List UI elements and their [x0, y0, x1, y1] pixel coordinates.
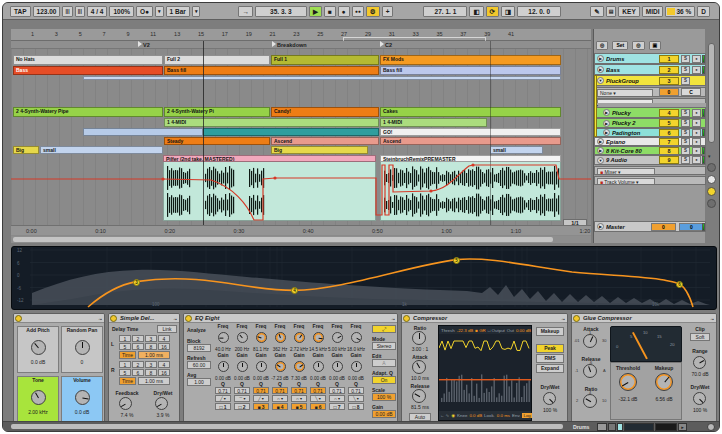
device-title-icons[interactable]: ◦▪: [173, 315, 177, 323]
analyze-button[interactable]: Analyze: [187, 327, 206, 333]
punch-out-button[interactable]: ◨: [501, 6, 515, 17]
band-q-value[interactable]: 0.71: [272, 387, 288, 394]
eq-band-handle[interactable]: 5: [453, 257, 460, 264]
device-title-icons[interactable]: ◦▪: [710, 315, 714, 323]
track-fold-button[interactable]: ▶: [603, 120, 610, 127]
knob[interactable]: [275, 332, 286, 343]
track-activator[interactable]: ●: [692, 129, 701, 137]
knob[interactable]: [237, 361, 248, 372]
audio-clip-header[interactable]: SteinbruchRemixPREMASTER: [380, 155, 561, 162]
group-send-value[interactable]: 0: [659, 88, 679, 96]
track-solo-button[interactable]: S: [681, 109, 690, 117]
pan-button[interactable]: [707, 199, 716, 208]
track-fold-button[interactable]: ▼: [597, 157, 604, 164]
knob[interactable]: [275, 361, 286, 372]
band-filter-type[interactable]: ╲ ▾: [348, 395, 364, 402]
track-activator[interactable]: ●: [692, 138, 701, 146]
device-title-icons[interactable]: ◦▪: [561, 315, 565, 323]
knob[interactable]: [218, 361, 229, 372]
knob[interactable]: [75, 390, 90, 405]
beat-division-button[interactable]: 2: [132, 335, 144, 342]
mini-device-1[interactable]: [597, 423, 607, 431]
eq-spectrum-display[interactable]: 1260-6-121001k10k3456: [11, 246, 717, 310]
follow-behavior-button[interactable]: ▤: [606, 6, 617, 17]
eq-band-3[interactable]: Freq81.1 HzGain0.00 dBQ0.71╱ ▾■ 3: [252, 323, 270, 410]
instrument-rack-device[interactable]: ◦▪ Add Pitch0.0 dBRandom Pan0Tone2.00 kH…: [13, 313, 105, 424]
tempo-field[interactable]: 123.00: [33, 6, 61, 17]
simple-delay-device[interactable]: Simple Del...◦▪ Delay Time Link L 123456…: [108, 313, 180, 424]
punch-in-button[interactable]: ◧: [469, 6, 483, 17]
loop-bar-arrow[interactable]: ▾: [192, 6, 201, 17]
loop-bar-select[interactable]: 1 Bar: [166, 6, 190, 17]
arrangement-marker[interactable]: V2: [138, 41, 150, 48]
arrangement-marker[interactable]: Breakdown: [272, 41, 307, 48]
track-activator[interactable]: ●: [692, 147, 701, 155]
avg-value[interactable]: 1.00: [187, 378, 211, 386]
beat-division-button[interactable]: 8: [145, 343, 157, 350]
clip[interactable]: 2 4-Synth-Watery Pi: [164, 107, 270, 117]
cue-volume[interactable]: 0: [679, 223, 704, 231]
band-q-value[interactable]: 0.71: [215, 387, 231, 394]
eq-band-handle[interactable]: 3: [133, 279, 140, 286]
knob[interactable]: [256, 332, 267, 343]
knob[interactable]: [332, 332, 343, 343]
marker-lane[interactable]: V2BreakdownC2: [11, 41, 591, 49]
eq-title-bar[interactable]: EQ Eight◦▪: [184, 314, 397, 323]
clip[interactable]: Ascend: [271, 137, 379, 145]
beat-division-button[interactable]: 6: [132, 343, 144, 350]
track-header-9-audio[interactable]: ▼9 Audio9S●: [594, 155, 706, 165]
track-solo-button[interactable]: S: [681, 147, 690, 155]
device-activator[interactable]: [573, 315, 580, 322]
band-q-value[interactable]: 0.71: [310, 387, 326, 394]
delay-ms-l[interactable]: 1.00 ms: [138, 351, 170, 359]
glue-compressor-device[interactable]: Glue Compressor◦▪ Attack .01 1 30 Releas…: [571, 313, 717, 424]
audio-param-row[interactable]: ■ Track Volume ▾: [594, 176, 706, 185]
disk-overload-indicator[interactable]: D: [697, 6, 710, 17]
clip[interactable]: No Hats: [13, 55, 163, 65]
track-activator[interactable]: ●: [692, 55, 701, 63]
groove-amount[interactable]: O●: [136, 6, 153, 17]
play-button[interactable]: ▶: [309, 6, 322, 17]
mini-device-3[interactable]: [617, 423, 623, 431]
track-activator[interactable]: ●: [692, 109, 701, 117]
track-solo-button[interactable]: S: [681, 119, 690, 127]
clip[interactable]: Bass: [13, 66, 163, 75]
threshold-value[interactable]: -32.1 dB: [610, 396, 646, 402]
clip[interactable]: 1 4-MIDI: [380, 118, 487, 127]
knob[interactable]: [412, 331, 426, 345]
preview-volume[interactable]: 0: [651, 223, 676, 231]
band-enable-toggle[interactable]: □ 2: [234, 403, 250, 410]
delay-ms-r[interactable]: 1.00 ms: [138, 377, 170, 385]
macro-value[interactable]: 0.0 dB: [62, 409, 102, 415]
group-fold-row[interactable]: ▾: [594, 103, 706, 107]
knob[interactable]: [218, 332, 229, 343]
ratio-value[interactable]: 3.00 : 1: [404, 346, 436, 352]
track-fold-button[interactable]: ▶: [597, 138, 604, 145]
stop-button[interactable]: ■: [324, 6, 336, 17]
beat-division-button[interactable]: 4: [158, 361, 170, 368]
track-header-epiano[interactable]: ▶Epiano7S●: [594, 137, 706, 146]
track-header-bass[interactable]: ▶Bass2S●: [594, 64, 706, 75]
band-q-value[interactable]: 0.71: [253, 387, 269, 394]
track-solo-button[interactable]: S: [681, 55, 690, 63]
glue-title-bar[interactable]: Glue Compressor◦▪: [572, 314, 716, 323]
refresh-value[interactable]: 60.00: [187, 361, 211, 369]
expand-spectrum-button[interactable]: ⤢: [372, 325, 396, 333]
knob[interactable]: [119, 397, 132, 410]
beat-division-button[interactable]: 16: [158, 343, 170, 350]
clip[interactable]: FX Mods: [380, 55, 561, 65]
beat-division-button[interactable]: 5: [119, 343, 131, 350]
knob[interactable]: [693, 392, 706, 405]
rms-button[interactable]: RMS: [536, 354, 564, 363]
eq-band-4[interactable]: Freq362 HzGain-7.23 dBQ0.71∩ ▾■ 4: [271, 323, 289, 410]
scale-value[interactable]: 100 %: [372, 393, 396, 401]
device-activator[interactable]: [110, 315, 117, 322]
clip[interactable]: Full 1: [271, 55, 379, 65]
band-filter-type[interactable]: ╱ ▾: [253, 395, 269, 402]
device-activator[interactable]: [15, 315, 22, 322]
macro-value[interactable]: 2.00 kHz: [18, 409, 58, 415]
knob[interactable]: [693, 356, 706, 369]
feedback-value[interactable]: 7.4 %: [111, 412, 143, 418]
knob[interactable]: [294, 361, 305, 372]
band-filter-type[interactable]: ∩ ▾: [291, 395, 307, 402]
